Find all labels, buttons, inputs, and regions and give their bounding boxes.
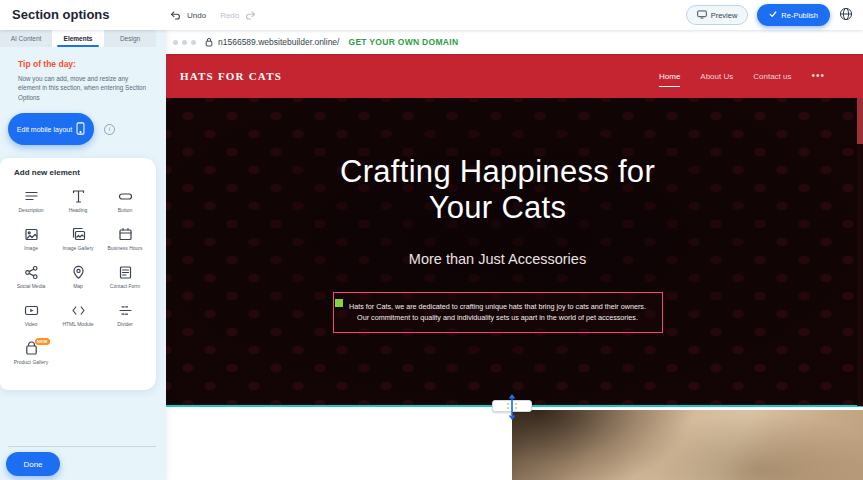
element-description[interactable]: Description (8, 185, 55, 223)
get-domain-link[interactable]: GET YOUR OWN DOMAIN (348, 37, 458, 47)
image-gallery-icon (71, 227, 86, 242)
topbar: Section options Undo Redo (0, 0, 863, 30)
tab-elements[interactable]: Elements (52, 30, 104, 47)
map-pin-icon (71, 265, 86, 280)
next-section-image[interactable] (512, 410, 863, 480)
nav-more-icon[interactable]: ••• (811, 71, 825, 81)
undo-button[interactable]: Undo (187, 11, 206, 20)
language-globe-icon[interactable] (839, 7, 853, 24)
scrollbar-thumb[interactable] (857, 98, 863, 144)
browser-bar: n1566589.websitebuilder.online/ GET YOUR… (166, 30, 863, 54)
code-brackets-icon (71, 303, 86, 318)
site-nav: Home About Us Contact us ••• (659, 71, 849, 81)
section-resize-handle[interactable] (492, 400, 532, 412)
element-business-hours[interactable]: Business Hours (102, 223, 149, 261)
tip-body: Now you can add, move and resize any ele… (18, 74, 150, 102)
hero-content: Crafting Happiness for Your Cats More th… (166, 98, 863, 406)
element-divider[interactable]: Divider (102, 299, 149, 337)
topbar-actions: Preview Re-Publish (686, 0, 853, 30)
element-html-module[interactable]: HTML Module (55, 299, 102, 337)
button-icon (118, 189, 133, 204)
undo-icon[interactable] (170, 10, 181, 21)
element-drag-handle[interactable] (335, 299, 343, 307)
video-play-icon (24, 303, 39, 318)
element-social-media[interactable]: Social Media (8, 261, 55, 299)
lock-icon (205, 33, 213, 51)
share-nodes-icon (24, 265, 39, 280)
preview-scrollbar (857, 98, 863, 406)
nav-home[interactable]: Home (659, 72, 680, 87)
tab-ai-content[interactable]: AI Content (0, 30, 52, 47)
element-heading[interactable]: Heading (55, 185, 102, 223)
element-image[interactable]: Image (8, 223, 55, 261)
sidebar-tabs: AI Content Elements Design (0, 30, 156, 47)
add-element-panel: Add new element Description Heading (0, 158, 156, 390)
window-dots-icon (173, 40, 196, 45)
site-preview: n1566589.websitebuilder.online/ GET YOUR… (166, 30, 863, 480)
sidebar-divider (8, 446, 156, 447)
calendar-clock-icon (118, 227, 133, 242)
element-grid: Description Heading Button (0, 185, 156, 375)
image-icon (24, 227, 39, 242)
nav-contact-us[interactable]: Contact us (753, 72, 791, 81)
site-url[interactable]: n1566589.websitebuilder.online/ (218, 37, 339, 47)
hero-subheading[interactable]: More than Just Accessories (409, 251, 586, 267)
site-canvas: HATS FOR CATS Home About Us Contact us •… (166, 54, 863, 480)
element-video[interactable]: Video (8, 299, 55, 337)
mobile-layout-row: Edit mobile layout i (8, 113, 166, 145)
site-header: HATS FOR CATS Home About Us Contact us •… (166, 54, 863, 98)
tip-of-the-day: Tip of the day: Now you can add, move an… (0, 47, 166, 102)
tip-title: Tip of the day: (18, 59, 156, 69)
monitor-icon (697, 10, 707, 21)
phone-icon (76, 122, 85, 136)
heading-icon (71, 189, 86, 204)
text-lines-icon (24, 189, 39, 204)
check-icon (769, 10, 777, 20)
selected-text-element[interactable]: Hats for Cats, we are dedicated to craft… (333, 292, 663, 333)
resize-arrows-icon (507, 394, 517, 424)
divider-lines-icon (118, 303, 133, 318)
tab-design[interactable]: Design (104, 30, 156, 47)
info-icon[interactable]: i (104, 124, 115, 135)
done-button[interactable]: Done (6, 452, 60, 476)
form-lines-icon (118, 265, 133, 280)
element-image-gallery[interactable]: Image Gallery (55, 223, 102, 261)
new-badge: NEW (35, 338, 50, 345)
preview-button[interactable]: Preview (686, 5, 749, 25)
sidebar: AI Content Elements Design Tip of the da… (0, 30, 166, 480)
element-product-gallery[interactable]: NEW Product Gallery (8, 337, 55, 375)
element-map[interactable]: Map (55, 261, 102, 299)
hero-section: Crafting Happiness for Your Cats More th… (166, 98, 863, 406)
element-button[interactable]: Button (102, 185, 149, 223)
redo-icon[interactable] (245, 10, 256, 21)
website-builder-app: Section options Undo Redo (0, 0, 863, 480)
republish-button[interactable]: Re-Publish (757, 4, 830, 26)
hero-heading[interactable]: Crafting Happiness for Your Cats (340, 154, 655, 226)
site-logo[interactable]: HATS FOR CATS (180, 70, 282, 82)
page-title: Section options (12, 7, 110, 22)
edit-mobile-layout-button[interactable]: Edit mobile layout (8, 113, 94, 145)
element-contact-form[interactable]: Contact Form (102, 261, 149, 299)
add-element-title: Add new element (14, 168, 156, 177)
redo-button[interactable]: Redo (220, 11, 239, 20)
nav-about-us[interactable]: About Us (700, 72, 733, 81)
history-controls: Undo Redo (170, 0, 256, 30)
hero-paragraph: Hats for Cats, we are dedicated to craft… (344, 301, 652, 324)
